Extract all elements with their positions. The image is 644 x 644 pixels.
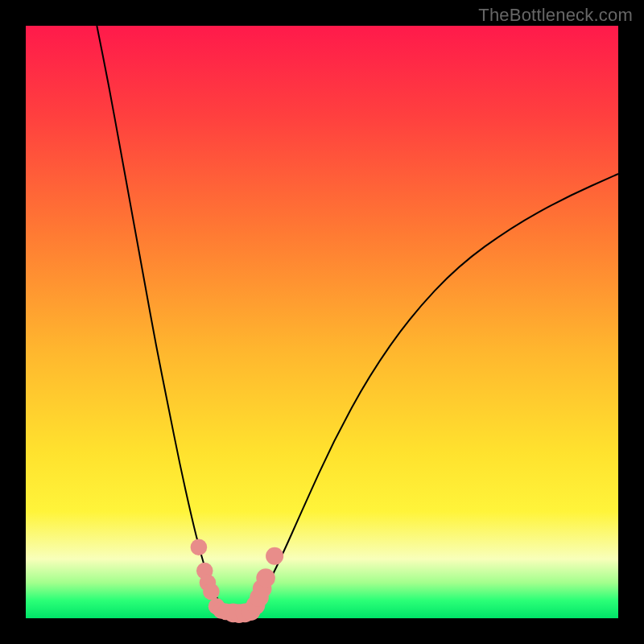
valley-marker	[266, 547, 283, 565]
valley-marker	[256, 568, 275, 588]
curve-left-branch	[97, 26, 224, 611]
chart-root: { "watermark": "TheBottleneck.com", "col…	[0, 0, 644, 644]
valley-marker	[203, 584, 220, 601]
curve-right-branch	[251, 174, 618, 611]
valley-marker	[191, 539, 208, 555]
chart-overlay	[26, 26, 618, 618]
watermark-text: TheBottleneck.com	[478, 5, 633, 26]
plot-area	[26, 26, 618, 618]
valley-marker-group	[191, 539, 284, 623]
